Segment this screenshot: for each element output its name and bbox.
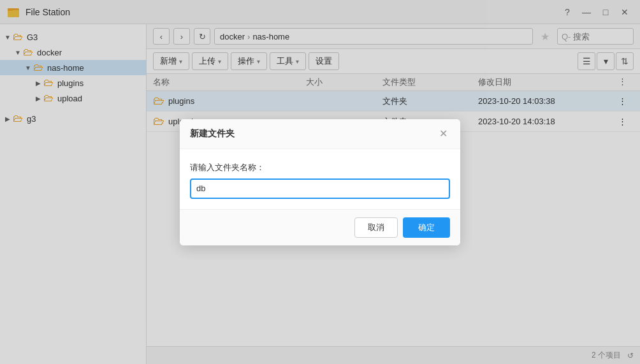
- dialog-body: 请输入文件夹名称：: [180, 149, 460, 209]
- cancel-button[interactable]: 取消: [354, 217, 398, 238]
- new-folder-dialog: 新建文件夹 ✕ 请输入文件夹名称： 取消 确定: [180, 119, 460, 245]
- dialog-label: 请输入文件夹名称：: [190, 162, 450, 173]
- dialog-title: 新建文件夹: [190, 128, 235, 140]
- dialog-header: 新建文件夹 ✕: [180, 119, 460, 149]
- folder-name-input[interactable]: [190, 178, 450, 199]
- modal-overlay[interactable]: 新建文件夹 ✕ 请输入文件夹名称： 取消 确定: [0, 0, 640, 364]
- dialog-close-button[interactable]: ✕: [436, 127, 450, 141]
- ok-button[interactable]: 确定: [403, 217, 450, 238]
- dialog-footer: 取消 确定: [180, 209, 460, 245]
